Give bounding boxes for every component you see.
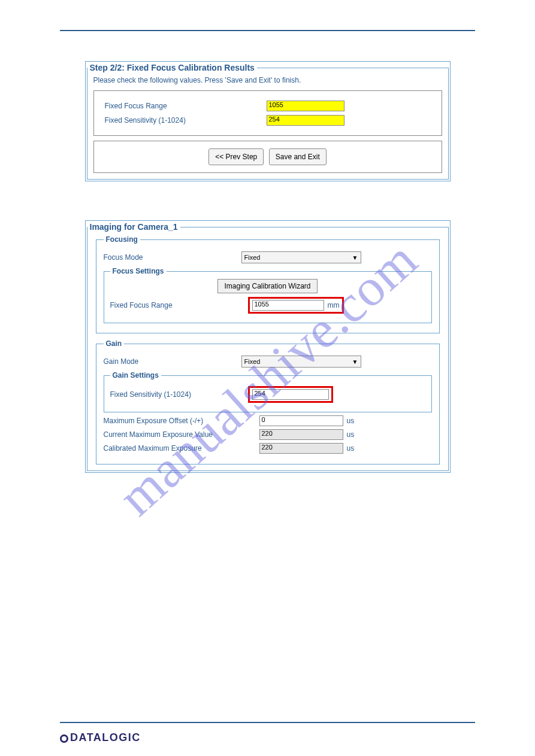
unit-mm: mm	[328, 301, 340, 309]
unit-us-1: us	[347, 417, 355, 425]
chevron-down-icon: ▼	[352, 359, 358, 365]
prev-step-button[interactable]: << Prev Step	[208, 148, 264, 165]
label-fixed-focus-range: Fixed Focus Range	[105, 102, 267, 110]
highlight-fixed-focus-range: 1055 mm	[248, 297, 344, 314]
input-fixed-focus-range-2[interactable]: 1055	[252, 300, 324, 311]
panel1-legend: Step 2/2: Fixed Focus Calibration Result…	[87, 63, 257, 72]
panel2-legend: Imaging for Camera_1	[87, 222, 180, 232]
chevron-down-icon: ▼	[352, 254, 358, 261]
focus-settings-legend: Focus Settings	[110, 267, 167, 275]
select-focus-mode[interactable]: Fixed ▼	[241, 251, 361, 263]
gain-group: Gain Gain Mode Fixed ▼ Gain Settings Fix…	[96, 339, 440, 464]
panel-imaging-camera: Imaging for Camera_1 Focusing Focus Mode…	[85, 220, 451, 473]
panel1-instruction: Please check the following values. Press…	[93, 76, 442, 84]
label-current-max-exposure: Current Maximum Exposure Value	[104, 430, 259, 439]
panel1-values-box: Fixed Focus Range 1055 Fixed Sensitivity…	[93, 90, 442, 136]
input-current-max-exposure: 220	[259, 429, 343, 440]
imaging-calibration-wizard-button[interactable]: Imaging Calibration Wizard	[217, 279, 317, 293]
label-fixed-sensitivity: Fixed Sensitivity (1-1024)	[105, 116, 267, 125]
unit-us-2: us	[347, 430, 355, 439]
bottom-rule	[60, 722, 475, 723]
brand-logo-icon	[60, 734, 68, 743]
input-calibrated-max-exposure: 220	[259, 443, 343, 454]
select-gain-mode-value: Fixed	[244, 358, 261, 365]
label-gain-mode: Gain Mode	[104, 357, 241, 366]
panel-calibration-results: Step 2/2: Fixed Focus Calibration Result…	[85, 61, 451, 181]
footer: DATALOGIC	[60, 722, 475, 744]
row-fixed-sensitivity: Fixed Sensitivity (1-1024) 254	[105, 115, 431, 126]
highlight-fixed-sensitivity: 254	[248, 386, 333, 403]
focusing-group: Focusing Focus Mode Fixed ▼ Focus Settin…	[96, 235, 440, 333]
label-fixed-sensitivity-2: Fixed Sensitivity (1-1024)	[110, 390, 248, 399]
label-calibrated-max-exposure: Calibrated Maximum Exposure	[104, 444, 259, 453]
row-max-exposure-offset: Maximum Exposure Offset (-/+) 0 us	[104, 415, 432, 426]
save-and-exit-button[interactable]: Save and Exit	[269, 148, 327, 165]
input-fixed-sensitivity-2[interactable]: 254	[252, 389, 329, 400]
label-max-exposure-offset: Maximum Exposure Offset (-/+)	[104, 417, 259, 425]
row-current-max-exposure: Current Maximum Exposure Value 220 us	[104, 429, 432, 440]
gain-legend: Gain	[104, 339, 125, 348]
label-focus-mode: Focus Mode	[104, 253, 241, 262]
focus-settings-group: Focus Settings Imaging Calibration Wizar…	[104, 267, 432, 323]
gain-settings-legend: Gain Settings	[110, 371, 161, 379]
top-rule	[60, 30, 475, 31]
panel1-button-box: << Prev Step Save and Exit	[93, 141, 442, 173]
select-gain-mode[interactable]: Fixed ▼	[241, 356, 361, 368]
focusing-legend: Focusing	[104, 235, 140, 244]
brand-logo: DATALOGIC	[60, 731, 475, 744]
input-fixed-sensitivity[interactable]: 254	[267, 115, 344, 126]
unit-us-3: us	[347, 444, 355, 453]
select-focus-mode-value: Fixed	[244, 254, 261, 261]
row-fixed-focus-range: Fixed Focus Range 1055	[105, 101, 431, 111]
brand-text: DATALOGIC	[70, 731, 141, 744]
gain-settings-group: Gain Settings Fixed Sensitivity (1-1024)…	[104, 371, 432, 412]
input-max-exposure-offset[interactable]: 0	[259, 415, 343, 426]
label-fixed-focus-range-2: Fixed Focus Range	[110, 301, 248, 309]
row-calibrated-max-exposure: Calibrated Maximum Exposure 220 us	[104, 443, 432, 454]
input-fixed-focus-range[interactable]: 1055	[267, 101, 344, 111]
